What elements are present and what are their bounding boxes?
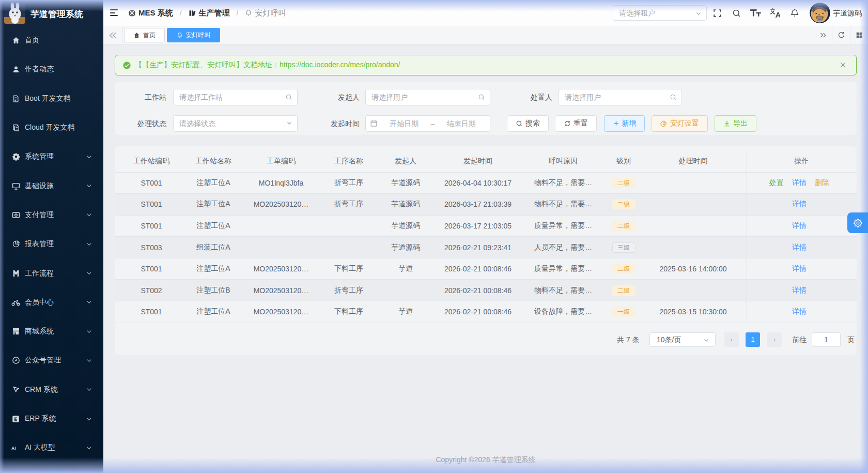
svg-text:AI: AI [11,446,16,451]
